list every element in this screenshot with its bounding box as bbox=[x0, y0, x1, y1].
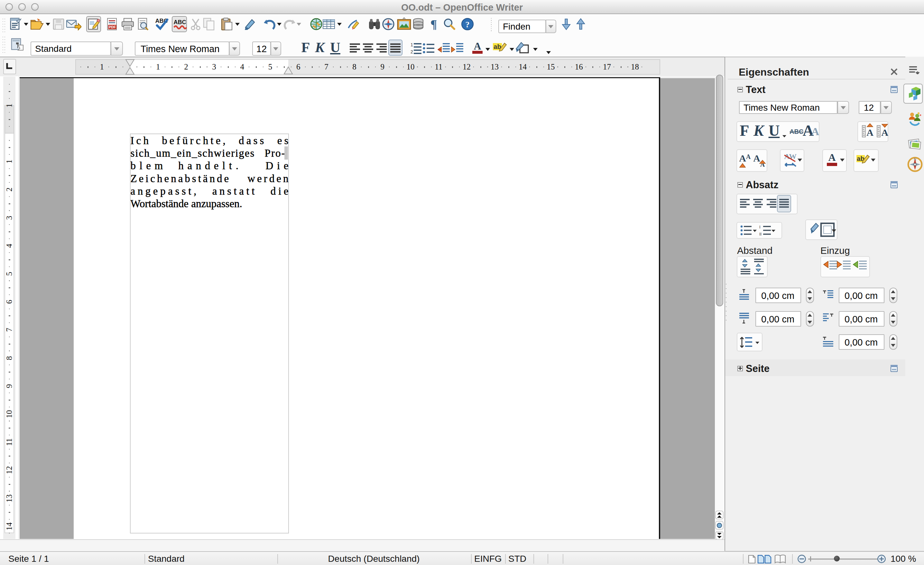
svg-text:I: I bbox=[759, 225, 760, 229]
svg-text:1: 1 bbox=[411, 42, 413, 47]
svg-text:II: II bbox=[759, 232, 762, 237]
svg-text:?: ? bbox=[465, 20, 470, 29]
svg-text:A: A bbox=[753, 153, 760, 163]
svg-text:A: A bbox=[474, 40, 481, 52]
svg-text:A: A bbox=[746, 153, 751, 160]
svg-text:ABC: ABC bbox=[174, 19, 186, 25]
svg-text:2: 2 bbox=[411, 49, 413, 54]
svg-text:A: A bbox=[828, 151, 836, 163]
svg-text:A: A bbox=[881, 127, 888, 138]
svg-text:N: N bbox=[914, 158, 916, 161]
svg-text:A: A bbox=[866, 127, 873, 138]
svg-text:PDF: PDF bbox=[109, 25, 116, 29]
svg-text:¶: ¶ bbox=[430, 17, 437, 31]
svg-text:A: A bbox=[739, 153, 746, 163]
svg-text:W: W bbox=[789, 152, 796, 160]
